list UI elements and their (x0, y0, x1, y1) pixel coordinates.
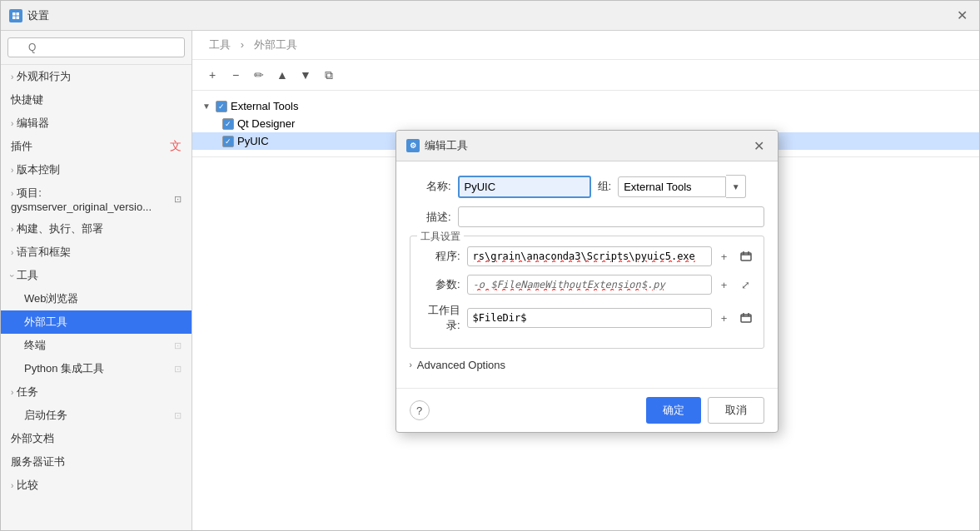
app-icon (9, 9, 22, 22)
params-add-macro-button[interactable]: + (715, 275, 734, 294)
desc-label: 描述: (410, 210, 451, 225)
search-input[interactable] (7, 37, 185, 57)
dialog-title: 编辑工具 (425, 138, 751, 153)
window-title: 设置 (27, 8, 953, 23)
program-add-macro-button[interactable]: + (715, 247, 734, 266)
params-row: 参数: + ⤢ (419, 275, 755, 295)
sidebar-item-web-browser[interactable]: Web浏览器 (1, 287, 192, 310)
dialog-body: 名称: 组: External Tools ▼ 描述: (396, 161, 778, 388)
dialog-icon: ⚙ (406, 139, 420, 152)
name-input[interactable] (458, 176, 591, 198)
breadcrumb-parent: 工具 (209, 38, 231, 51)
tool-settings-section: 工具设置 程序: + 参数: (410, 236, 764, 349)
advanced-label: Advanced Options (417, 359, 505, 371)
checkbox-qt-designer[interactable]: ✓ (222, 118, 234, 130)
plugins-badge: 文 (170, 139, 182, 154)
name-label: 名称: (410, 179, 451, 194)
program-input-group: + (467, 246, 755, 266)
terminal-icon: ⊡ (174, 340, 182, 351)
svg-rect-3 (17, 16, 20, 19)
advanced-options-section[interactable]: › Advanced Options (410, 355, 764, 375)
group-dropdown-button[interactable]: ▼ (726, 175, 746, 198)
program-label: 程序: (419, 249, 460, 264)
group-select-wrapper: External Tools ▼ (618, 175, 746, 198)
program-browse-button[interactable] (737, 247, 755, 266)
params-input[interactable] (467, 275, 712, 295)
chevron-right-icon: › (410, 360, 412, 370)
close-button[interactable]: ✕ (953, 7, 971, 23)
sidebar-item-appearance[interactable]: ›外观和行为 (1, 65, 192, 88)
desc-row: 描述: (410, 206, 764, 227)
sidebar-item-compare[interactable]: ›比较 (1, 474, 192, 497)
workdir-browse-button[interactable] (737, 309, 755, 327)
sidebar-item-tools[interactable]: ›工具 (1, 264, 192, 287)
breadcrumb-separator: › (241, 38, 244, 51)
ok-button[interactable]: 确定 (646, 397, 701, 424)
params-expand-button[interactable]: ⤢ (737, 275, 755, 294)
tree-item-external-tools-group[interactable]: ▼ ✓ External Tools (192, 97, 979, 115)
dialog-footer: ? 确定 取消 (396, 388, 778, 432)
copy-button[interactable]: ⧉ (319, 65, 339, 85)
python-tools-icon: ⊡ (174, 364, 182, 375)
workdir-input-group: + (467, 308, 755, 328)
sidebar-item-plugins[interactable]: 插件 文 (1, 135, 192, 158)
sidebar-item-certificates[interactable]: 服务器证书 (1, 450, 192, 474)
down-button[interactable]: ▼ (296, 65, 316, 85)
titlebar: 设置 ✕ (1, 1, 979, 31)
sidebar-item-editor[interactable]: ›编辑器 (1, 112, 192, 135)
workdir-add-macro-button[interactable]: + (715, 309, 734, 327)
program-input[interactable] (467, 246, 712, 266)
sidebar-item-terminal[interactable]: 终端 ⊡ (1, 334, 192, 357)
sidebar-item-lang[interactable]: ›语言和框架 (1, 241, 192, 264)
svg-rect-1 (17, 12, 20, 16)
workdir-input[interactable] (467, 308, 712, 328)
up-button[interactable]: ▲ (272, 65, 292, 85)
edit-button[interactable]: ✏ (249, 65, 269, 85)
cancel-button[interactable]: 取消 (708, 397, 764, 424)
desc-input[interactable] (458, 206, 764, 227)
remove-button[interactable]: − (226, 65, 246, 85)
tree-label-qt-designer: Qt Designer (237, 117, 295, 130)
startup-icon: ⊡ (174, 410, 182, 421)
program-row: 程序: + (419, 246, 755, 266)
dialog-close-button[interactable]: ✕ (751, 137, 768, 154)
sidebar-item-keymap[interactable]: 快捷键 (1, 88, 192, 112)
add-button[interactable]: + (202, 65, 222, 85)
svg-rect-2 (12, 16, 16, 19)
sidebar-item-vcs[interactable]: ›版本控制 (1, 158, 192, 181)
sidebar-item-build[interactable]: ›构建、执行、部署 (1, 217, 192, 241)
toolbar: + − ✏ ▲ ▼ ⧉ (192, 60, 979, 91)
group-label: 组: (598, 179, 612, 194)
workdir-label: 工作目录: (419, 303, 460, 333)
breadcrumb: 工具 › 外部工具 (192, 31, 979, 60)
dialog-buttons: 确定 取消 (646, 397, 764, 424)
sidebar-item-python-tools[interactable]: Python 集成工具 ⊡ (1, 357, 192, 380)
breadcrumb-current: 外部工具 (254, 38, 297, 51)
search-box: 🔍 (1, 31, 192, 65)
tool-settings-title: 工具设置 (417, 230, 464, 244)
checkbox-pyuic[interactable]: ✓ (222, 136, 234, 147)
edit-tool-dialog: ⚙ 编辑工具 ✕ 名称: 组: External Tools ▼ (395, 130, 779, 433)
sidebar-item-external-docs[interactable]: 外部文档 (1, 427, 192, 450)
sidebar-item-tasks[interactable]: ›任务 (1, 380, 192, 404)
workdir-row: 工作目录: + (419, 303, 755, 333)
name-group-row: 名称: 组: External Tools ▼ (410, 175, 764, 198)
dialog-titlebar: ⚙ 编辑工具 ✕ (396, 131, 778, 161)
chevron-down-icon: ▼ (202, 102, 212, 111)
group-select[interactable]: External Tools (618, 176, 726, 197)
project-icon: ⊡ (174, 194, 182, 205)
sidebar: 🔍 ›外观和行为 快捷键 ›编辑器 插件 文 ›版本控制 ›项 (1, 31, 192, 530)
sidebar-item-project[interactable]: ›项目: gysmserver_original_versio... ⊡ (1, 181, 192, 217)
svg-rect-0 (12, 12, 16, 16)
checkbox-external-tools[interactable]: ✓ (216, 101, 227, 112)
params-input-group: + ⤢ (467, 275, 755, 295)
tree-label-pyuic: PyUIC (237, 135, 269, 147)
help-button[interactable]: ? (410, 400, 430, 420)
sidebar-item-external-tools[interactable]: 外部工具 (1, 310, 192, 334)
params-label: 参数: (419, 277, 460, 292)
tree-label-external-tools: External Tools (231, 100, 298, 112)
sidebar-item-startup-tasks[interactable]: 启动任务 ⊡ (1, 404, 192, 427)
